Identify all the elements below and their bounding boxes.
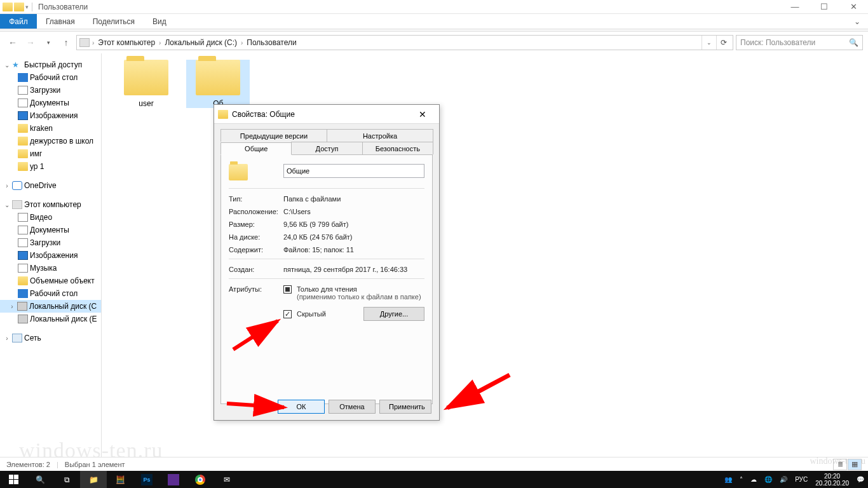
tree-item[interactable]: Объемные объект: [0, 274, 101, 287]
view-large-icons-icon[interactable]: ▦: [848, 459, 862, 470]
refresh-button[interactable]: ⟳: [716, 36, 730, 50]
label-type: Тип:: [229, 195, 283, 203]
search-box[interactable]: Поиск: Пользователи 🔍: [736, 35, 863, 50]
tree-item-selected[interactable]: ›Локальный диск (C: [0, 300, 101, 313]
tree-label: Локальный диск (C: [29, 302, 97, 311]
start-button[interactable]: [0, 471, 27, 488]
checkbox-readonly[interactable]: [283, 285, 292, 294]
history-dropdown[interactable]: ▾: [41, 35, 56, 50]
tree-item[interactable]: kraken: [0, 122, 101, 135]
tray-people-icon[interactable]: 👥: [724, 476, 732, 483]
window-titlebar: ▾ Пользователи — ☐ ✕: [0, 0, 868, 14]
ok-button[interactable]: ОК: [278, 400, 325, 414]
tree-item[interactable]: Изображения: [0, 249, 101, 262]
chevron-right-icon[interactable]: ›: [92, 39, 94, 46]
maximize-button[interactable]: ☐: [810, 0, 839, 14]
tree-quick-access[interactable]: ⌄★Быстрый доступ: [0, 58, 101, 71]
folder-item[interactable]: user: [114, 60, 178, 108]
tab-sharing[interactable]: Доступ: [291, 142, 362, 154]
folder-large-icon: [229, 164, 250, 183]
back-button[interactable]: ←: [5, 35, 20, 50]
tray-volume-icon[interactable]: 🔊: [780, 476, 787, 483]
tree-item[interactable]: Загрузки: [0, 84, 101, 97]
tree-label: Рабочий стол: [30, 289, 78, 298]
chevron-right-icon[interactable]: ›: [159, 39, 161, 46]
svg-rect-3: [9, 475, 13, 479]
taskbar-app-calculator[interactable]: 🧮: [107, 471, 133, 488]
view-details-icon[interactable]: ≣: [833, 459, 847, 470]
svg-rect-4: [14, 475, 18, 479]
forward-button[interactable]: →: [23, 35, 38, 50]
value-location: C:\Users: [283, 208, 424, 215]
addr-dropdown-icon[interactable]: ⌄: [702, 36, 715, 50]
tab-general[interactable]: Общие: [220, 142, 292, 155]
tree-item[interactable]: Музыка: [0, 262, 101, 274]
close-button[interactable]: ✕: [839, 0, 868, 14]
search-button[interactable]: 🔍: [27, 471, 53, 488]
tree-item[interactable]: имг: [0, 147, 101, 160]
pc-icon: [79, 38, 90, 47]
taskbar-app-photoshop[interactable]: Ps: [133, 471, 160, 488]
folder-item-selected[interactable]: Об: [186, 60, 250, 108]
tray-overflow-icon[interactable]: ˄: [740, 476, 743, 483]
tree-item[interactable]: Рабочий стол: [0, 287, 101, 300]
tray-clock[interactable]: 20:20 20.20.20.20: [815, 473, 849, 487]
tree-label: Сеть: [24, 334, 41, 342]
folder-name-input[interactable]: [283, 164, 424, 178]
tree-network[interactable]: ›Сеть: [0, 332, 101, 344]
tree-item[interactable]: Документы: [0, 224, 101, 236]
tree-this-pc[interactable]: ⌄Этот компьютер: [0, 198, 101, 211]
tray-notifications-icon[interactable]: 💬: [857, 476, 864, 483]
tray-onedrive-icon[interactable]: ☁: [750, 476, 757, 483]
tree-item[interactable]: Рабочий стол: [0, 71, 101, 84]
star-icon: ★: [12, 60, 22, 69]
pictures-icon: [18, 251, 28, 260]
tree-label: Быстрый доступ: [24, 60, 82, 69]
address-bar[interactable]: › Этот компьютер › Локальный диск (C:) ›…: [76, 35, 733, 50]
tree-label: Локальный диск (E: [30, 315, 97, 323]
checkbox-hidden[interactable]: [283, 310, 292, 318]
taskbar-app-visualstudio[interactable]: [160, 471, 187, 488]
address-row: ← → ▾ ↑ › Этот компьютер › Локальный дис…: [0, 32, 868, 53]
tree-label: имг: [30, 149, 42, 158]
tree-onedrive[interactable]: ›OneDrive: [0, 179, 101, 192]
dialog-titlebar[interactable]: Свойства: Общие ✕: [214, 105, 439, 124]
tree-item[interactable]: дежурство в школ: [0, 135, 101, 147]
qat-dropdown-icon[interactable]: ▾: [25, 4, 29, 10]
tab-security[interactable]: Безопасность: [362, 142, 433, 154]
pc-icon: [12, 200, 22, 209]
tree-item[interactable]: ур 1: [0, 160, 101, 173]
tree-item[interactable]: Загрузки: [0, 236, 101, 249]
tree-item[interactable]: Видео: [0, 211, 101, 224]
chevron-right-icon[interactable]: ›: [241, 39, 243, 46]
tree-item[interactable]: Локальный диск (E: [0, 313, 101, 325]
cancel-button[interactable]: Отмена: [329, 400, 376, 414]
tree-item[interactable]: Изображения: [0, 109, 101, 122]
ribbon-collapse-icon[interactable]: ⌄: [846, 14, 868, 29]
taskbar-app-mail[interactable]: ✉: [214, 471, 240, 488]
tab-share[interactable]: Поделиться: [84, 14, 144, 29]
tab-home[interactable]: Главная: [37, 14, 84, 29]
label-readonly: Только для чтения: [297, 285, 421, 293]
taskview-button[interactable]: ⧉: [53, 471, 80, 488]
ribbon-tabs: Файл Главная Поделиться Вид ⌄: [0, 14, 868, 29]
tree-item[interactable]: Документы: [0, 97, 101, 109]
advanced-button[interactable]: Другие...: [363, 307, 424, 321]
tab-view[interactable]: Вид: [144, 14, 175, 29]
tab-previous-versions[interactable]: Предыдущие версии: [220, 129, 327, 142]
breadcrumb-item[interactable]: Локальный диск (C:): [163, 38, 238, 47]
taskbar-app-explorer[interactable]: 📁: [80, 471, 107, 488]
breadcrumb-item[interactable]: Этот компьютер: [97, 38, 156, 47]
apply-button[interactable]: Применить: [379, 400, 431, 414]
breadcrumb-item[interactable]: Пользователи: [245, 38, 297, 47]
tab-customize[interactable]: Настройка: [327, 129, 433, 142]
up-button[interactable]: ↑: [58, 35, 74, 50]
folder-icon: [3, 3, 13, 11]
taskbar-app-chrome[interactable]: [187, 471, 214, 488]
minimize-button[interactable]: —: [780, 0, 810, 14]
tray-language[interactable]: РУС: [795, 476, 808, 483]
tray-network-icon[interactable]: 🌐: [764, 476, 772, 483]
desktop-icon: [18, 73, 28, 82]
dialog-close-button[interactable]: ✕: [410, 109, 435, 119]
file-tab[interactable]: Файл: [0, 14, 37, 29]
